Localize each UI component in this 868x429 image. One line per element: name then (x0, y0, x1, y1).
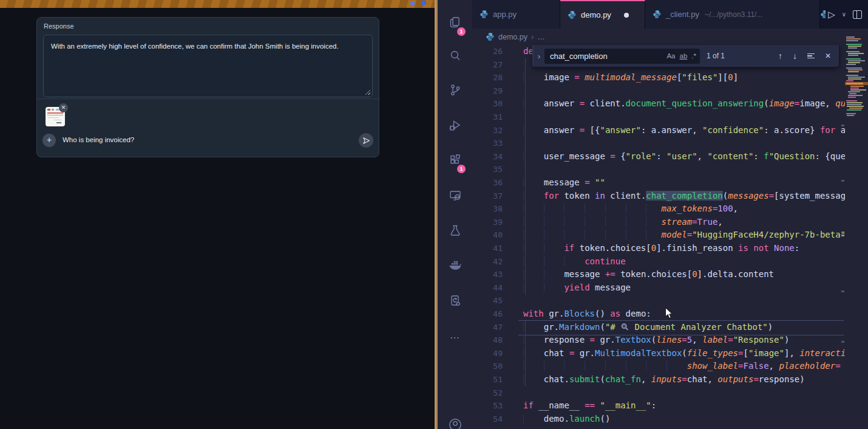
code-line[interactable]: 44 yield message (435, 281, 845, 295)
code-line[interactable]: 54 demo.launch() (435, 413, 845, 426)
run-python-file-button[interactable]: ▷ (828, 9, 835, 20)
code-line[interactable]: 48 response = gr.Textbox(lines=5, label=… (435, 334, 845, 347)
breadcrumb[interactable]: demo.py › … (472, 29, 845, 45)
line-number: 40 (435, 228, 503, 242)
line-number: 28 (435, 71, 503, 84)
code-line[interactable]: 31 (435, 111, 845, 124)
minimap-line (850, 86, 864, 87)
minimap-line (848, 77, 865, 78)
tab-app-py[interactable]: app.py (472, 0, 560, 29)
minimap-line (848, 91, 860, 92)
overview-ruler-mark (841, 341, 844, 343)
add-attachment-button[interactable]: + (42, 134, 56, 147)
line-number: 32 (435, 124, 503, 137)
tab-demo-py[interactable]: demo.py (560, 0, 645, 29)
minimap-line (846, 75, 858, 76)
overview-ruler-mark (841, 125, 844, 126)
line-number: 30 (435, 97, 503, 111)
minimap-line (848, 60, 865, 61)
overview-ruler-mark (841, 180, 844, 182)
minimap-line (850, 88, 859, 89)
code-line[interactable]: 53if __name__ == "__main__": (435, 399, 845, 413)
line-number: 54 (435, 413, 503, 426)
code-line[interactable]: 29 (435, 84, 845, 98)
line-number: 55 (435, 425, 503, 429)
regex-toggle[interactable]: .* (691, 52, 696, 60)
gradio-card: Response With an extremely high level of… (36, 17, 379, 157)
code-line[interactable]: 51 chat.submit(chat_fn, inputs=chat, out… (435, 373, 845, 386)
resize-handle[interactable] (365, 89, 370, 95)
python-file-icon (568, 10, 577, 19)
line-number: 43 (435, 268, 503, 281)
thumb-mark (47, 109, 50, 111)
toggle-replace-chevron[interactable]: › (534, 52, 544, 61)
minimap-line (849, 108, 863, 109)
code-line[interactable]: 52 (435, 386, 845, 400)
chrome-blue-glyph (410, 1, 415, 5)
close-find-button[interactable]: ✕ (825, 52, 831, 60)
code-line[interactable]: 34 user_message = {"role": "user", "cont… (435, 150, 845, 163)
match-case-toggle[interactable]: Aa (666, 52, 675, 60)
vscode-window: 1 1 (435, 0, 868, 429)
response-label: Response (44, 22, 74, 30)
line-number: 39 (435, 216, 503, 229)
send-button[interactable] (359, 133, 373, 148)
magnifier-emoji (620, 322, 629, 332)
line-number: 41 (435, 242, 503, 255)
code-line[interactable]: 30 answer = client.document_question_ans… (435, 97, 845, 111)
minimap-line (846, 113, 856, 114)
code-line[interactable]: 45 (435, 294, 845, 307)
minimap-line (848, 46, 861, 47)
minimap-line (848, 78, 861, 80)
find-in-selection-button[interactable] (807, 52, 815, 60)
code-line[interactable]: 35 (435, 163, 845, 176)
breadcrumb-ellipsis[interactable]: … (537, 33, 545, 41)
minimap-line (847, 109, 861, 111)
minimap-line (848, 62, 860, 63)
run-dropdown-chevron[interactable]: ∨ (842, 11, 846, 18)
next-match-button[interactable]: ↓ (793, 51, 797, 61)
minimap-line (847, 104, 861, 105)
find-widget: › chat_completion Aa ab .* 1 of 1 ↑ ↓ ✕ (532, 45, 839, 67)
thumb-line (47, 115, 63, 115)
thumb-line (47, 112, 63, 114)
modified-dot-icon[interactable] (624, 13, 629, 18)
code-line[interactable]: 37 for token in client.chat_completion(m… (435, 190, 845, 203)
line-number: 47 (435, 321, 503, 334)
line-number: 42 (435, 255, 503, 269)
code-line[interactable]: 38 max_tokens=100, (435, 202, 845, 216)
overview-ruler-mark (841, 290, 844, 292)
code-line[interactable]: 46with gr.Blocks() as demo: (435, 307, 845, 321)
tab-client-py[interactable]: _client.py ~/.../python3.11/... (645, 0, 820, 29)
code-line[interactable]: 40 model="HuggingFaceH4/zephyr-7b-beta", (435, 228, 845, 242)
response-textarea[interactable]: With an extremely high level of confiden… (43, 35, 373, 97)
whole-word-toggle[interactable]: ab (680, 52, 688, 60)
code-line[interactable]: 49 chat = gr.MultimodalTextbox(file_type… (435, 347, 845, 360)
line-number: 26 (435, 45, 503, 58)
split-editor-button[interactable] (853, 10, 862, 19)
paper-plane-icon (362, 137, 370, 145)
code-line[interactable]: 39 stream=True, (435, 216, 845, 229)
python-file-icon (480, 10, 489, 19)
code-line[interactable]: 42 continue (435, 255, 845, 269)
explorer-icon[interactable]: 1 (438, 13, 472, 32)
code-line[interactable]: 41 if token.choices[0].finish_reason is … (435, 242, 845, 255)
code-line[interactable]: 43 message += token.choices[0].delta.con… (435, 268, 845, 281)
minimap-line (847, 102, 863, 103)
chat-input[interactable]: Who is being invoiced? (63, 136, 134, 143)
find-input[interactable]: chat_completion Aa ab .* (544, 49, 700, 64)
code-line[interactable]: 47 gr.Markdown("# Document Analyzer Chat… (435, 321, 845, 334)
minimap-line (849, 93, 856, 94)
previous-match-button[interactable]: ↑ (778, 51, 782, 61)
code-line[interactable]: 28 image = multimodal_message["files"][0… (435, 71, 845, 84)
code-line[interactable]: 32 answer = [{"answer": a.answer, "confi… (435, 124, 845, 137)
code-line[interactable]: 55 (435, 425, 845, 429)
remove-attachment-button[interactable]: ✕ (59, 103, 68, 112)
code-line[interactable]: 33 (435, 137, 845, 150)
code-line[interactable]: 36 message = "" (435, 176, 845, 190)
code-line[interactable]: 50 show_label=False, placeholder= (435, 360, 845, 373)
minimap-line (846, 100, 857, 101)
minimap[interactable] (845, 29, 868, 429)
breadcrumb-file[interactable]: demo.py (498, 33, 527, 41)
minimap-line (846, 36, 855, 38)
